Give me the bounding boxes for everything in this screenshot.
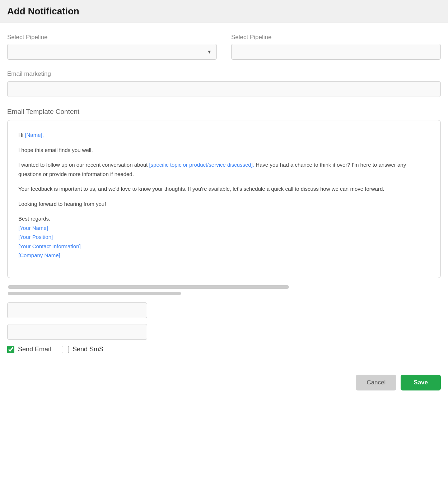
send-email-label: Send Email: [18, 346, 51, 353]
send-email-checkbox[interactable]: [7, 346, 14, 353]
action-buttons: Cancel Save: [0, 371, 448, 398]
email-signoff: Best regards, [Your Name] [Your Position…: [18, 214, 430, 260]
pipeline-right-label: Select Pipeline: [231, 34, 441, 41]
pipeline-left-select[interactable]: [7, 44, 217, 60]
additional-input-1[interactable]: [7, 302, 147, 318]
send-sms-checkbox[interactable]: [62, 346, 69, 353]
email-template-label: Email Template Content: [7, 108, 441, 116]
your-position: [Your Position]: [18, 234, 53, 240]
email-template-text: Hi [Name], I hope this email finds you w…: [18, 130, 430, 260]
toolbar-bar-1: [8, 285, 289, 289]
email-template-section: Email Template Content Hi [Name], I hope…: [7, 108, 441, 278]
pipeline-row: Select Pipeline ▼ Select Pipeline: [7, 34, 441, 60]
email-marketing-section: Email marketing: [7, 70, 441, 97]
pipeline-left-select-wrapper: ▼: [7, 44, 217, 60]
additional-input-2[interactable]: [7, 324, 147, 340]
send-sms-label: Send SmS: [73, 346, 103, 353]
page-container: Add Notification Select Pipeline ▼ Selec…: [0, 0, 448, 481]
name-placeholder: [Name],: [25, 132, 44, 138]
your-name: [Your Name]: [18, 225, 48, 231]
checkbox-row: Send Email Send SmS: [7, 346, 441, 353]
email-line3: Your feedback is important to us, and we…: [18, 184, 430, 194]
send-email-checkbox-item[interactable]: Send Email: [7, 346, 51, 353]
topic-placeholder: [specific topic or product/service discu…: [149, 162, 254, 168]
pipeline-right-col: Select Pipeline: [231, 34, 441, 60]
toolbar-bar-2: [8, 292, 181, 295]
email-marketing-input[interactable]: [7, 81, 441, 97]
toolbar-row: [7, 285, 441, 295]
pipeline-left-col: Select Pipeline ▼: [7, 34, 217, 60]
input-field-row-2: [7, 324, 441, 340]
company-name: [Company Name]: [18, 252, 60, 258]
pipeline-left-label: Select Pipeline: [7, 34, 217, 41]
cancel-button[interactable]: Cancel: [356, 375, 396, 390]
save-button[interactable]: Save: [401, 375, 441, 390]
email-line4: Looking forward to hearing from you!: [18, 199, 430, 209]
send-sms-checkbox-item[interactable]: Send SmS: [62, 346, 103, 353]
page-title: Add Notification: [7, 6, 441, 17]
pipeline-right-input[interactable]: [231, 44, 441, 60]
header: Add Notification: [0, 0, 448, 23]
email-line2: I wanted to follow up on our recent conv…: [18, 160, 430, 179]
your-contact: [Your Contact Information]: [18, 243, 81, 249]
email-marketing-label: Email marketing: [7, 70, 441, 78]
input-field-row-1: [7, 302, 441, 318]
main-content: Select Pipeline ▼ Select Pipeline Email …: [0, 23, 448, 371]
email-template-content-box: Hi [Name], I hope this email finds you w…: [7, 120, 441, 278]
email-greeting-line: Hi [Name],: [18, 130, 430, 140]
email-line1: I hope this email finds you well.: [18, 145, 430, 155]
